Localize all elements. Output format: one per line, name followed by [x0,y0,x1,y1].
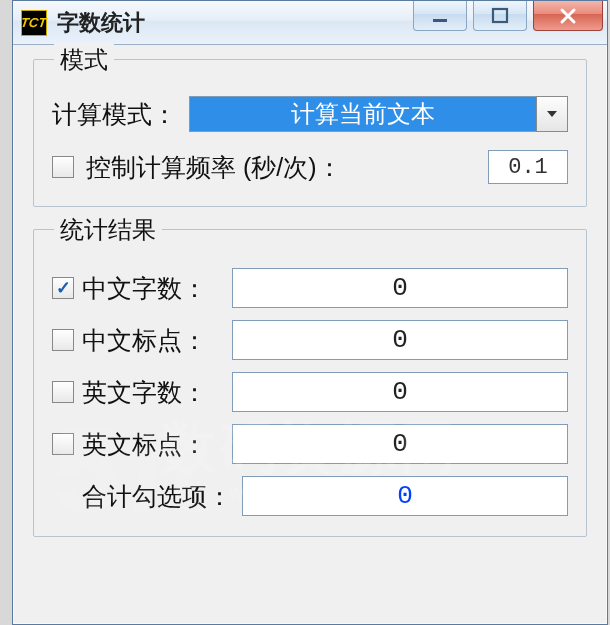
en-punct-label: 英文标点： [82,428,207,461]
titlebar[interactable]: TCT 字数统计 [13,1,607,45]
mode-groupbox: 模式 计算模式： 计算当前文本 控制计算频率 (秒/次)： 0.1 [33,59,587,207]
freq-label: 控制计算频率 (秒/次)： [86,151,476,184]
cn-punct-checkbox[interactable] [52,329,74,351]
en-chars-checkbox[interactable] [52,381,74,403]
cn-chars-label: 中文字数： [82,272,207,305]
result-row-en-punct: 英文标点： 0 [52,424,568,464]
calc-mode-dropdown-button[interactable] [536,96,568,132]
en-punct-checkbox[interactable] [52,433,74,455]
mode-legend: 模式 [54,44,114,76]
svg-rect-1 [493,9,507,22]
result-row-total: 合计勾选项： 0 [52,476,568,516]
minimize-button[interactable] [413,1,467,31]
svg-rect-0 [433,19,447,22]
maximize-button[interactable] [473,1,527,31]
cn-punct-value[interactable]: 0 [232,320,568,360]
cn-chars-value[interactable]: 0 [232,268,568,308]
freq-checkbox[interactable] [52,156,74,178]
result-row-en-chars: 英文字数： 0 [52,372,568,412]
result-row-cn-punct: 中文标点： 0 [52,320,568,360]
freq-input[interactable]: 0.1 [488,150,568,184]
chevron-down-icon [545,107,559,121]
client-area: 模式 计算模式： 计算当前文本 控制计算频率 (秒/次)： 0.1 统计结果 [13,45,607,537]
results-legend: 统计结果 [54,214,162,246]
calc-mode-select[interactable]: 计算当前文本 [189,96,568,132]
result-row-cn-chars: 中文字数： 0 [52,268,568,308]
calc-mode-label: 计算模式： [52,98,177,131]
calc-mode-row: 计算模式： 计算当前文本 [52,96,568,132]
calc-mode-value: 计算当前文本 [189,96,536,132]
en-punct-value[interactable]: 0 [232,424,568,464]
freq-row: 控制计算频率 (秒/次)： 0.1 [52,150,568,184]
close-button[interactable] [533,1,603,31]
window-controls [413,1,603,31]
cn-punct-label: 中文标点： [82,324,207,357]
app-icon: TCT [21,10,47,36]
results-groupbox: 统计结果 中文字数： 0 中文标点： 0 英文字数： [33,229,587,537]
cn-chars-checkbox[interactable] [52,277,74,299]
total-value[interactable]: 0 [242,476,568,516]
app-icon-glyph: TCT [20,15,47,30]
en-chars-value[interactable]: 0 [232,372,568,412]
en-chars-label: 英文字数： [82,376,207,409]
window-title: 字数统计 [57,8,145,38]
total-label: 合计勾选项： [82,480,232,513]
app-window: TCT 字数统计 模式 计算模式： 计算当前文本 [12,0,608,625]
